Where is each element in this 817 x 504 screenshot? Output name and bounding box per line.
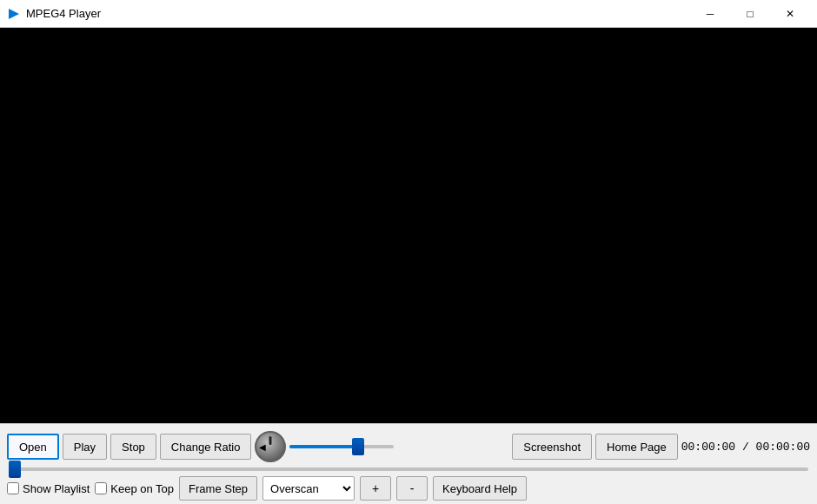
home-page-button[interactable]: Home Page xyxy=(595,434,678,460)
plus-button[interactable]: + xyxy=(360,476,391,501)
show-playlist-text: Show Playlist xyxy=(23,482,90,495)
frame-step-button[interactable]: Frame Step xyxy=(179,476,257,501)
volume-knob[interactable]: ◀ xyxy=(255,431,286,462)
screenshot-button[interactable]: Screenshot xyxy=(512,434,592,460)
svg-marker-0 xyxy=(9,9,19,19)
main-controls-row: Open Play Stop Change Ratio ◀ Screenshot… xyxy=(7,431,810,462)
change-ratio-button[interactable]: Change Ratio xyxy=(160,434,252,460)
title-bar: MPEG4 Player ─ □ ✕ xyxy=(0,0,817,28)
minus-button[interactable]: - xyxy=(396,476,428,501)
volume-arrow-icon: ◀ xyxy=(259,442,266,452)
maximize-button[interactable]: □ xyxy=(730,0,770,28)
video-display xyxy=(0,28,817,423)
show-playlist-label[interactable]: Show Playlist xyxy=(7,482,90,495)
show-playlist-checkbox[interactable] xyxy=(7,482,19,494)
window-controls: ─ □ ✕ xyxy=(690,0,810,28)
close-button[interactable]: ✕ xyxy=(770,0,810,28)
keyboard-help-button[interactable]: Keyboard Help xyxy=(433,476,527,501)
overscan-dropdown[interactable]: Overscan No Overscan xyxy=(262,476,355,501)
volume-slider[interactable] xyxy=(289,445,394,448)
seek-bar[interactable] xyxy=(9,468,808,471)
controls-area: Open Play Stop Change Ratio ◀ Screenshot… xyxy=(0,423,817,504)
play-button[interactable]: Play xyxy=(63,434,107,460)
window-title: MPEG4 Player xyxy=(26,7,690,20)
keep-on-top-text: Keep on Top xyxy=(110,482,174,495)
volume-section xyxy=(289,445,508,448)
seek-thumb[interactable] xyxy=(9,461,21,478)
keep-on-top-checkbox[interactable] xyxy=(95,482,107,494)
time-display: 00:00:00 / 00:00:00 xyxy=(681,441,810,454)
minimize-button[interactable]: ─ xyxy=(690,0,730,28)
secondary-controls-row: Show Playlist Keep on Top Frame Step Ove… xyxy=(7,476,810,501)
open-button[interactable]: Open xyxy=(7,434,59,460)
keep-on-top-label[interactable]: Keep on Top xyxy=(95,482,174,495)
app-icon xyxy=(7,7,21,21)
stop-button[interactable]: Stop xyxy=(110,434,156,460)
volume-thumb[interactable] xyxy=(352,438,364,455)
volume-fill xyxy=(289,445,357,448)
seek-bar-row xyxy=(7,468,810,471)
